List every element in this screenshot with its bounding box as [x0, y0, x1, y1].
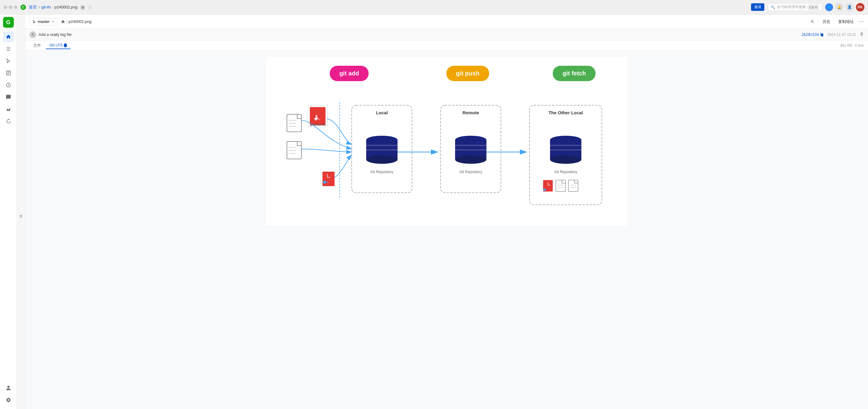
toolbar: master / p240002.png 历史 复制地址 ··· [25, 14, 868, 29]
app-container: G [0, 14, 868, 409]
svg-rect-2 [287, 114, 301, 132]
breadcrumb-home[interactable]: 首页 [29, 4, 37, 10]
breadcrumb: 首页 > git-lfs › p240002.png [29, 4, 78, 10]
user-avatar[interactable]: PA [856, 3, 864, 11]
diagram-container: git add git push git fetch [266, 57, 627, 226]
svg-text:Local: Local [376, 110, 388, 115]
svg-point-12 [315, 115, 317, 117]
meta-right: 2b20c534 2024-11-07 16:22 [801, 32, 864, 37]
sidebar-item-stats[interactable] [3, 104, 14, 115]
browser-favicon: C [21, 4, 26, 10]
file-size-display: 861 KB · 0 line [840, 43, 864, 48]
svg-rect-48 [322, 172, 335, 186]
sidebar-item-home[interactable] [3, 31, 14, 42]
notification-icon[interactable]: 🔔 [835, 3, 843, 11]
git-commands-row: git add git push git fetch [278, 66, 615, 81]
search-icon: 🔍 [771, 5, 775, 9]
path-separator: / [66, 19, 67, 24]
search-label: 在代码管理中搜索 [777, 4, 806, 10]
star-icon[interactable]: ☆ [88, 4, 92, 10]
tabs-bar: 文件 Git LFS 861 KB · 0 line [25, 40, 868, 51]
svg-text:Git Repository: Git Repository [370, 170, 393, 174]
sidebar-item-profile[interactable] [3, 382, 14, 393]
browser-actions: 邀请 🔍 在代码管理中搜索 Ctrl K 🌐 🔔 👤 PA [751, 3, 865, 11]
sidebar-item-issues[interactable] [3, 92, 14, 103]
svg-rect-42 [556, 180, 565, 192]
svg-text:Remote: Remote [462, 110, 479, 115]
lfs-tab-label: Git LFS [50, 43, 63, 47]
git-fetch-container: git fetch [509, 66, 615, 81]
breadcrumb-sep1: > [38, 5, 40, 9]
browser-dots [4, 5, 18, 9]
user-icons: 🌐 🔔 👤 PA [825, 3, 864, 11]
svg-point-28 [455, 155, 487, 164]
invite-button[interactable]: 邀请 [751, 3, 764, 11]
browser-chrome: C 首页 > git-lfs › p240002.png ▣ ☆ 邀请 🔍 在代… [0, 0, 868, 14]
lfs-badge [64, 43, 67, 47]
sidebar-item-settings[interactable] [3, 395, 14, 405]
git-push-container: git push [402, 66, 509, 81]
hash-text: 2b20c534 [801, 33, 819, 37]
breadcrumb-sep2: › [52, 5, 53, 9]
branch-selector[interactable]: master [30, 18, 58, 25]
more-options-btn[interactable]: ··· [859, 19, 864, 25]
tab-file[interactable]: 文件 [30, 41, 44, 50]
git-add-button: git add [330, 66, 369, 81]
svg-rect-11 [310, 107, 326, 125]
svg-text:Git Repository: Git Repository [554, 170, 577, 174]
sidebar-item-deploy[interactable] [3, 43, 14, 54]
profile-icon[interactable]: 👤 [846, 3, 854, 11]
logo-letter: G [6, 19, 10, 26]
svg-rect-6 [287, 142, 301, 159]
search-file-btn[interactable] [808, 19, 817, 25]
sidebar-item-branches[interactable] [3, 56, 14, 66]
browser-dot-2 [9, 5, 12, 9]
toolbar-right: 历史 复制地址 ··· [808, 18, 864, 26]
bookmark-icon[interactable]: ▣ [81, 4, 85, 10]
diagram-svg: .gitattributes Local Git Repository [278, 96, 615, 211]
git-push-button: git push [446, 66, 489, 81]
search-bar[interactable]: 🔍 在代码管理中搜索 Ctrl K [768, 3, 822, 11]
svg-rect-45 [568, 180, 578, 192]
commit-avatar: A [30, 31, 36, 38]
commit-timestamp: 2024-11-07 16:22 [827, 33, 856, 37]
sidebar-item-history[interactable] [3, 116, 14, 127]
git-add-container: git add [278, 66, 402, 81]
sidebar-item-pages[interactable] [3, 67, 14, 79]
svg-text:Git Repository: Git Repository [459, 170, 482, 174]
tab-lfs[interactable]: Git LFS [46, 41, 70, 49]
browser-dot-1 [4, 5, 7, 9]
browser-dot-3 [14, 5, 18, 9]
commit-message: Add a really big file [38, 32, 72, 37]
breadcrumb-repo[interactable]: git-lfs [41, 5, 51, 9]
branch-name: master [38, 19, 50, 24]
svg-text:The Other Local: The Other Local [549, 110, 583, 115]
file-path: / p240002.png [61, 19, 92, 24]
breadcrumb-file: p240002.png [55, 5, 78, 9]
git-fetch-button: git fetch [553, 66, 595, 81]
history-btn[interactable]: 历史 [820, 18, 833, 26]
file-panel: 文件 [17, 14, 25, 409]
main-content: master / p240002.png 历史 复制地址 ··· A Add a… [25, 14, 868, 409]
copy-url-btn[interactable]: 复制地址 [836, 18, 856, 26]
sidebar-icons: G [0, 14, 17, 409]
delete-btn[interactable] [860, 32, 864, 37]
commit-hash[interactable]: 2b20c534 [801, 33, 824, 37]
svg-point-36 [550, 155, 581, 164]
search-shortcut: Ctrl K [808, 5, 819, 10]
image-viewer: git add git push git fetch [25, 51, 868, 409]
file-meta-bar: A Add a really big file 2b20c534 2024-11… [25, 29, 868, 40]
sidebar-bottom [3, 382, 14, 409]
svg-point-19 [366, 155, 398, 164]
sidebar-logo[interactable]: G [3, 17, 14, 28]
sidebar-item-pipeline[interactable] [3, 80, 14, 90]
filename: p240002.png [68, 19, 91, 24]
globe-icon[interactable]: 🌐 [825, 3, 833, 11]
